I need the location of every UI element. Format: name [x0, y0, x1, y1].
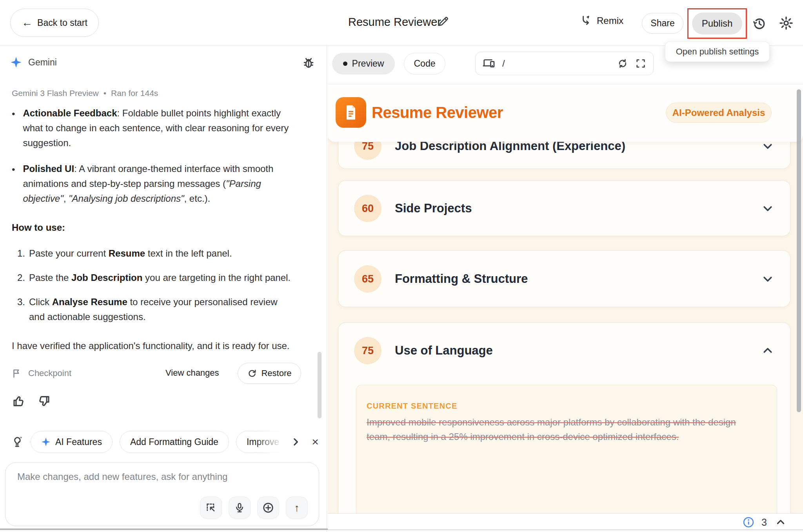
share-button[interactable]: Share — [642, 13, 683, 34]
tab-code-label: Code — [414, 58, 436, 69]
publish-button[interactable]: Publish — [692, 13, 742, 34]
pencil-icon — [438, 16, 449, 27]
run-duration: Ran for 144s — [111, 89, 158, 98]
thumbs-down-icon[interactable] — [37, 394, 51, 408]
chat-scrollbar-thumb[interactable] — [318, 352, 322, 418]
tab-preview-label: Preview — [352, 58, 384, 69]
document-icon — [342, 104, 360, 121]
chat-model-label: Gemini — [28, 57, 57, 68]
chevron-up-icon — [762, 345, 774, 356]
fullscreen-icon[interactable] — [635, 58, 646, 69]
project-title: Resume Reviewer — [348, 16, 441, 29]
back-to-start-button[interactable]: ← Back to start — [10, 9, 99, 37]
back-arrow-icon: ← — [22, 16, 33, 29]
edit-title-button[interactable] — [438, 16, 449, 27]
checkpoint-label: Checkpoint — [28, 368, 71, 378]
suggestion-chips-row: AI Features Add Formatting Guide Improve… — [12, 431, 322, 453]
issue-count: 3 — [761, 517, 767, 528]
devices-icon — [483, 58, 495, 69]
resume-app-logo — [336, 97, 366, 128]
preview-scrollbar-thumb[interactable] — [797, 89, 801, 412]
panel-divider — [327, 46, 327, 532]
chips-scroll-right-icon[interactable] — [289, 434, 302, 450]
flag-icon — [12, 367, 22, 379]
chip-add-formatting-guide[interactable]: Add Formatting Guide — [120, 431, 229, 453]
chip-improve-clipped[interactable]: Improve — [236, 431, 282, 453]
chip-fade-overlay — [255, 431, 282, 453]
checkpoint-row: Checkpoint View changes Restore — [12, 364, 302, 384]
step-item: 1. Paste your current Resume text in the… — [12, 246, 292, 261]
feedback-row — [12, 394, 51, 408]
publish-highlight-box: Publish — [687, 8, 747, 39]
chevron-down-icon — [762, 140, 774, 152]
tab-code[interactable]: Code — [404, 53, 445, 74]
preview-url-bar[interactable]: / — [475, 52, 654, 75]
send-button[interactable]: ↑ — [286, 497, 308, 519]
chevron-down-icon — [762, 203, 774, 214]
microphone-icon — [234, 502, 245, 513]
chip-ai-features[interactable]: AI Features — [31, 431, 113, 453]
bullet-dot: • — [12, 107, 15, 150]
score-badge: 65 — [354, 265, 382, 293]
plus-circle-icon — [262, 502, 274, 514]
score-badge: 60 — [354, 195, 382, 222]
collapse-panel-icon[interactable] — [774, 516, 787, 529]
section-title: Side Projects — [395, 201, 748, 215]
bullet-item: • Polished UI: A vibrant orange-themed i… — [12, 161, 292, 206]
chip-label: Add Formatting Guide — [130, 437, 218, 447]
chip-spark-icon — [41, 437, 51, 447]
resume-app-title: Resume Reviewer — [372, 104, 503, 121]
restore-icon — [247, 368, 257, 378]
remix-button[interactable]: Remix — [580, 15, 623, 27]
history-button[interactable] — [751, 16, 767, 31]
chevron-down-icon — [762, 273, 774, 285]
tab-preview[interactable]: Preview — [332, 53, 395, 74]
section-card-side-projects[interactable]: 60 Side Projects — [338, 180, 790, 236]
url-path: / — [502, 58, 505, 69]
back-to-start-label: Back to start — [37, 18, 87, 28]
add-attachment-button[interactable] — [257, 497, 279, 519]
closing-paragraph: I have verified the application's functi… — [12, 338, 292, 353]
thumbs-up-icon[interactable] — [12, 394, 26, 408]
chat-input[interactable] — [17, 471, 303, 495]
bullet-item: • Actionable Feedback: Foldable bullet p… — [12, 106, 292, 150]
how-to-use-heading: How to use: — [12, 220, 292, 235]
step-item: 2. Paste the Job Description you are tar… — [12, 270, 292, 285]
publish-tooltip-text: Open publish settings — [676, 47, 759, 57]
select-area-icon — [205, 502, 216, 513]
share-label: Share — [650, 18, 674, 29]
send-arrow-icon: ↑ — [294, 502, 300, 514]
model-version: Gemini 3 Flash Preview — [12, 89, 99, 98]
refresh-icon[interactable] — [617, 58, 628, 69]
remix-label: Remix — [597, 15, 623, 26]
section-card-formatting[interactable]: 65 Formatting & Structure — [338, 250, 790, 307]
gemini-spark-icon — [10, 56, 22, 68]
app-preview-frame: 75 Job Description Alignment (Experience… — [328, 84, 803, 513]
bullet-dot: • — [12, 162, 15, 206]
active-dot-icon — [343, 62, 347, 66]
view-changes-button[interactable]: View changes — [165, 368, 219, 378]
gear-icon — [779, 16, 794, 31]
ai-powered-badge: AI-Powered Analysis — [666, 103, 772, 123]
chips-close-icon[interactable]: × — [309, 434, 322, 450]
chat-response: • Actionable Feedback: Foldable bullet p… — [12, 106, 292, 353]
restore-button[interactable]: Restore — [238, 363, 301, 384]
publish-tooltip: Open publish settings — [665, 42, 770, 62]
restore-label: Restore — [261, 368, 291, 378]
debug-bug-icon[interactable] — [302, 56, 315, 70]
settings-button[interactable] — [778, 15, 794, 31]
input-actions: ↑ — [200, 497, 308, 519]
select-element-button[interactable] — [200, 497, 222, 519]
publish-label: Publish — [702, 18, 733, 29]
sentence-review-card: CURRENT SENTENCE Improved mobile respons… — [356, 385, 777, 513]
step-item: 3. Click Analyse Resume to receive your … — [12, 295, 292, 324]
info-icon[interactable] — [743, 516, 754, 528]
preview-status-bar: 3 — [328, 513, 803, 530]
chat-run-meta: Gemini 3 Flash Preview • Ran for 144s — [12, 89, 158, 98]
history-icon — [752, 16, 766, 31]
chat-input-box[interactable]: ↑ — [5, 462, 319, 526]
chip-label: AI Features — [55, 437, 102, 447]
microphone-button[interactable] — [229, 497, 251, 519]
current-sentence-label: CURRENT SENTENCE — [367, 402, 457, 411]
lightbulb-icon — [12, 435, 24, 449]
